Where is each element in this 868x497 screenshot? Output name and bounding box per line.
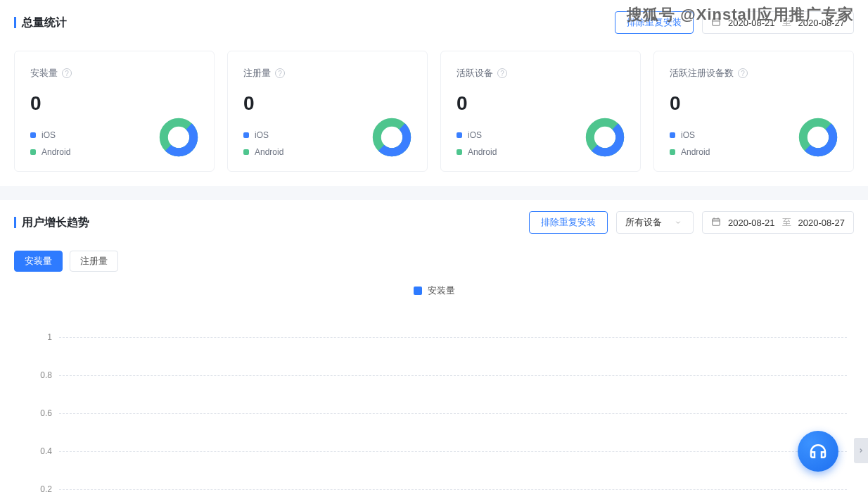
- ytick-label: 1: [35, 332, 52, 342]
- date-end: 2020-08-27: [798, 18, 845, 28]
- legend-android: Android: [457, 147, 507, 157]
- dot-ios-icon: [30, 132, 36, 138]
- legend-android: Android: [243, 147, 285, 157]
- svg-rect-9: [713, 218, 720, 225]
- exclude-button-label: 排除重复安装: [541, 217, 596, 227]
- ytick-label: 0.6: [35, 408, 52, 418]
- headset-icon: [808, 441, 829, 462]
- header-controls: 排除重复安装 2020-08-21 至 2020-08-27: [615, 11, 854, 34]
- section-title-text: 总量统计: [22, 15, 67, 30]
- exclude-duplicate-button[interactable]: 排除重复安装: [615, 11, 694, 34]
- stat-card-registers: 注册量 ? 0 iOS Android: [227, 51, 428, 172]
- gridline: [59, 451, 847, 452]
- exclude-duplicate-button[interactable]: 排除重复安装: [529, 211, 608, 234]
- stat-title: 活跃设备: [457, 67, 493, 80]
- device-select-label: 所有设备: [625, 216, 662, 229]
- stat-card-installs: 安装量 ? 0 iOS Android: [14, 51, 215, 172]
- date-end: 2020-08-27: [798, 218, 845, 228]
- tab-label: 安装量: [25, 256, 52, 266]
- help-icon[interactable]: ?: [738, 68, 748, 78]
- chart-legend-label: 安装量: [428, 284, 455, 297]
- gridline: [59, 413, 847, 414]
- ytick: 0.6: [35, 394, 847, 432]
- device-select[interactable]: 所有设备: [616, 211, 694, 234]
- total-stats-section: 总量统计 排除重复安装 2020-08-21 至 2020-08-27: [0, 0, 868, 186]
- ytick: 0.8: [35, 356, 847, 394]
- calendar-icon: [711, 17, 721, 29]
- gridline: [59, 337, 847, 338]
- dot-android-icon: [30, 149, 36, 155]
- chevron-down-icon: [675, 218, 682, 228]
- gridline: [59, 489, 847, 490]
- side-expand-button[interactable]: [854, 438, 868, 463]
- legend-android-label: Android: [255, 147, 283, 157]
- calendar-icon: [711, 217, 721, 229]
- stat-title: 安装量: [30, 67, 58, 80]
- dot-ios-icon: [670, 132, 675, 138]
- help-icon[interactable]: ?: [497, 68, 507, 78]
- section-title-text: 用户增长趋势: [22, 215, 89, 230]
- stat-card-row: 安装量 ? 0 iOS Android 注册量: [14, 51, 854, 172]
- legend-android-label: Android: [681, 147, 710, 157]
- legend-android-label: Android: [468, 147, 497, 157]
- line-chart: 1 0.8 0.6 0.4 0.2: [14, 318, 854, 497]
- ytick: 0.4: [35, 432, 847, 470]
- section-title: 总量统计: [14, 15, 67, 30]
- date-sep: 至: [782, 216, 791, 229]
- exclude-button-label: 排除重复安装: [627, 17, 682, 27]
- dot-android-icon: [670, 149, 675, 155]
- legend-ios: iOS: [30, 130, 72, 140]
- header-controls: 排除重复安装 所有设备 2020-08-21 至 2020-08-27: [529, 211, 854, 234]
- legend-ios-label: iOS: [468, 130, 482, 140]
- donut-chart: [159, 67, 198, 157]
- ytick-label: 0.2: [35, 484, 52, 494]
- legend-android-label: Android: [42, 147, 70, 157]
- stat-title: 注册量: [243, 67, 271, 80]
- date-sep: 至: [782, 16, 791, 29]
- legend-ios-label: iOS: [681, 130, 695, 140]
- metric-tabs: 安装量 注册量: [14, 251, 854, 272]
- chart-legend: 安装量: [14, 284, 854, 297]
- stat-card-active-devices: 活跃设备 ? 0 iOS Android: [440, 51, 641, 172]
- stat-value: 0: [30, 92, 72, 115]
- ytick: 1: [35, 318, 847, 356]
- tab-installs[interactable]: 安装量: [14, 251, 63, 272]
- stat-title: 活跃注册设备数: [670, 67, 734, 80]
- dot-android-icon: [243, 149, 249, 155]
- stat-value: 0: [457, 92, 507, 115]
- ytick-label: 0.4: [35, 446, 52, 456]
- donut-chart: [372, 67, 411, 157]
- chevron-right-icon: [857, 446, 864, 455]
- stat-card-active-reg-devices: 活跃注册设备数 ? 0 iOS Android: [653, 51, 854, 172]
- date-range-picker[interactable]: 2020-08-21 至 2020-08-27: [702, 11, 854, 34]
- legend-square-icon: [414, 287, 422, 295]
- date-start: 2020-08-21: [728, 218, 775, 228]
- stat-value: 0: [243, 92, 285, 115]
- date-start: 2020-08-21: [728, 18, 775, 28]
- growth-trend-section: 用户增长趋势 排除重复安装 所有设备 2020-08-21 至: [0, 200, 868, 497]
- section-header: 用户增长趋势 排除重复安装 所有设备 2020-08-21 至: [14, 208, 854, 237]
- legend-ios: iOS: [243, 130, 285, 140]
- stat-value: 0: [670, 92, 748, 115]
- legend-ios: iOS: [457, 130, 507, 140]
- svg-rect-0: [713, 18, 720, 25]
- legend-ios-label: iOS: [255, 130, 269, 140]
- help-icon[interactable]: ?: [275, 68, 285, 78]
- legend-android: Android: [670, 147, 748, 157]
- section-header: 总量统计 排除重复安装 2020-08-21 至 2020-08-27: [14, 8, 854, 37]
- donut-chart: [585, 67, 625, 157]
- dot-android-icon: [457, 149, 462, 155]
- section-gap: [0, 186, 868, 200]
- donut-chart: [798, 67, 838, 157]
- section-title: 用户增长趋势: [14, 215, 89, 230]
- support-float-button[interactable]: [798, 431, 838, 472]
- date-range-picker[interactable]: 2020-08-21 至 2020-08-27: [702, 211, 854, 234]
- legend-ios-label: iOS: [42, 130, 56, 140]
- dot-ios-icon: [243, 132, 249, 138]
- dot-ios-icon: [457, 132, 462, 138]
- ytick: 0.2: [35, 470, 847, 497]
- help-icon[interactable]: ?: [62, 68, 72, 78]
- tab-registers[interactable]: 注册量: [70, 251, 118, 272]
- legend-android: Android: [30, 147, 72, 157]
- legend-ios: iOS: [670, 130, 748, 140]
